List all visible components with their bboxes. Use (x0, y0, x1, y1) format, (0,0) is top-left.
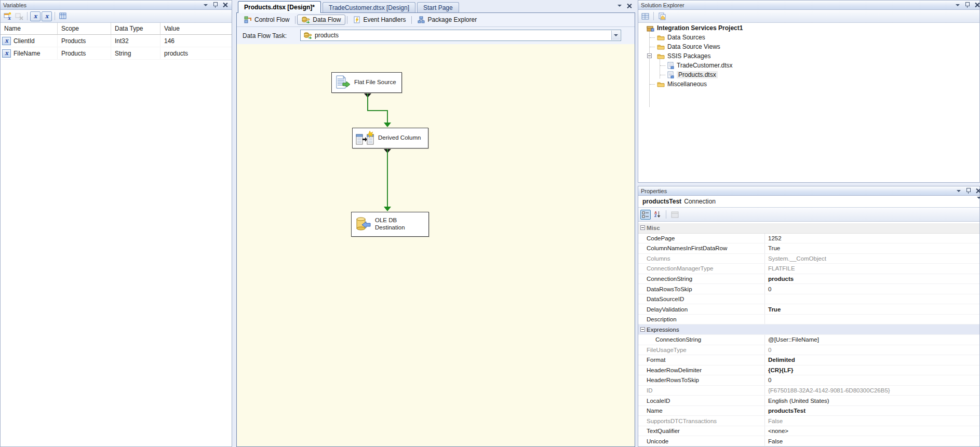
chevron-down-icon (204, 4, 208, 6)
property-row-unicode[interactable]: Unicode False (638, 436, 979, 446)
close-icon (627, 4, 632, 8)
tab-event-handlers[interactable]: Event Handlers (349, 15, 410, 24)
column-header-name[interactable]: Name (1, 23, 58, 34)
ole-db-destination-icon (355, 216, 371, 233)
property-row-localeid[interactable]: LocaleID English (United States) (638, 396, 979, 406)
tab-package-explorer[interactable]: Package Explorer (413, 15, 481, 24)
tree-root-project[interactable]: Integration Services Project1 (638, 23, 979, 33)
tab-tradecustomer-dtsx[interactable]: TradeCustomer.dtsx [Design] (323, 2, 415, 12)
tree-item-ssis-packages[interactable]: SSIS Packages (638, 51, 979, 61)
property-row-datarowstoskip[interactable]: DataRowsToSkip 0 (638, 284, 979, 294)
node-label: Derived Column (378, 134, 421, 142)
window-menu-button[interactable] (955, 187, 962, 195)
variable-scope: Products (58, 35, 111, 47)
property-pages-button[interactable] (669, 210, 680, 220)
window-menu-button[interactable] (954, 2, 961, 9)
data-flow-task-combobox[interactable]: products (300, 30, 621, 41)
categorized-button[interactable] (640, 210, 651, 220)
property-row-textqualifier[interactable]: TextQualifier <none> (638, 426, 979, 437)
window-menu-button[interactable] (202, 2, 209, 9)
variable-value: products (160, 47, 232, 59)
properties-object-selector[interactable]: productsTest Connection (638, 196, 979, 208)
choose-columns-button[interactable] (58, 11, 68, 21)
combo-dropdown-button[interactable] (611, 31, 620, 40)
show-system-variables-button[interactable]: x (30, 11, 41, 21)
properties-panel: Properties productsTest Connection A Z (638, 186, 980, 447)
property-row-columnnamesinfirstdatarow[interactable]: ColumnNamesInFirstDataRow True (638, 243, 979, 254)
collapse-expander-icon[interactable] (647, 53, 652, 58)
property-row-connectionstring[interactable]: ConnectionString products (638, 274, 979, 285)
property-row-name[interactable]: Name productsTest (638, 406, 979, 416)
show-all-variables-button[interactable]: x (42, 11, 52, 21)
auto-hide-pin-button[interactable] (211, 2, 219, 9)
tree-item-tradecustomer-dtsx[interactable]: TradeCustomer.dtsx (638, 61, 979, 70)
property-row-format[interactable]: Format Delimited (638, 355, 979, 365)
tree-item-products-dtsx[interactable]: Products.dtsx (638, 70, 979, 79)
property-row-expression-connectionstring[interactable]: ConnectionString @[User::FileName] (638, 335, 979, 345)
property-row-headerrowstoskip[interactable]: HeaderRowsToSkip 0 (638, 375, 979, 386)
add-variable-button[interactable]: x (3, 11, 13, 21)
close-panel-button[interactable] (973, 2, 980, 9)
auto-hide-pin-button[interactable] (963, 2, 971, 9)
collapse-expander-icon[interactable] (640, 327, 645, 332)
show-all-files-button[interactable] (656, 11, 667, 21)
property-row-fileusagetype[interactable]: FileUsageType 0 (638, 345, 979, 356)
variables-panel: Variables x x x (0, 0, 232, 447)
variable-value: 146 (160, 35, 232, 47)
property-row-connectionmanagertype[interactable]: ConnectionManagerType FLATFILE (638, 264, 979, 274)
property-category-expressions[interactable]: Expressions (638, 324, 979, 335)
data-flow-task-value: products (315, 32, 339, 39)
properties-title: Properties (641, 188, 667, 194)
object-dropdown-button[interactable] (977, 199, 980, 206)
variable-row-filename[interactable]: x FileName Products String products (1, 47, 232, 60)
tree-item-label: Miscellaneous (667, 80, 707, 88)
properties-button[interactable] (640, 11, 651, 21)
tree-item-data-source-views[interactable]: Data Source Views (638, 42, 979, 51)
collapse-expander-icon[interactable] (640, 225, 645, 230)
delete-variable-button[interactable] (14, 11, 24, 21)
property-category-misc[interactable]: Misc (638, 223, 979, 234)
property-row-id[interactable]: ID {F6750188-32A2-4142-9081-6D80300C26B5… (638, 386, 979, 396)
alphabetical-sort-button[interactable]: A Z (652, 210, 663, 220)
tree-item-label: Products.dtsx (677, 71, 718, 78)
node-flat-file-source[interactable]: Flat File Source (331, 72, 402, 93)
chevron-down-icon (956, 4, 960, 6)
show-all-files-icon (658, 12, 666, 20)
property-row-columns[interactable]: Columns System.__ComObject (638, 254, 979, 264)
column-header-datatype[interactable]: Data Type (111, 23, 160, 34)
property-row-datasourceid[interactable]: DataSourceID (638, 294, 979, 305)
tree-item-miscellaneous[interactable]: Miscellaneous (638, 79, 979, 89)
node-ole-db-destination[interactable]: OLE DB Destination (351, 212, 429, 237)
property-row-supportsdtctransactions[interactable]: SupportsDTCTransactions False (638, 416, 979, 426)
tree-item-label: Integration Services Project1 (657, 24, 743, 32)
close-panel-button[interactable] (974, 187, 980, 195)
tab-control-flow[interactable]: Control Flow (240, 15, 293, 24)
package-icon (667, 62, 674, 69)
property-row-description[interactable]: Description (638, 315, 979, 325)
object-name: productsTest (642, 198, 681, 205)
property-row-delayvalidation[interactable]: DelayValidation True (638, 304, 979, 315)
properties-icon (641, 12, 650, 20)
close-document-button[interactable] (625, 2, 633, 9)
solution-explorer-titlebar: Solution Explorer (638, 1, 979, 10)
property-row-codepage[interactable]: CodePage 1252 (638, 234, 979, 244)
pin-icon (213, 2, 218, 8)
data-flow-design-surface[interactable]: Flat File Source Derived Column (237, 44, 635, 446)
column-header-value[interactable]: Value (160, 23, 232, 34)
solution-tree: Integration Services Project1 Data Sourc… (638, 23, 979, 182)
tree-item-data-sources[interactable]: Data Sources (638, 33, 979, 42)
folder-icon (657, 34, 665, 40)
auto-hide-pin-button[interactable] (964, 187, 972, 195)
close-panel-button[interactable] (221, 2, 229, 9)
tab-start-page[interactable]: Start Page (417, 2, 459, 12)
variable-row-clientid[interactable]: x ClientId Products Int32 146 (1, 35, 232, 47)
node-derived-column[interactable]: Derived Column (352, 128, 428, 148)
variable-name: ClientId (14, 37, 35, 45)
tab-data-flow[interactable]: Data Flow (297, 15, 345, 25)
column-header-scope[interactable]: Scope (58, 23, 111, 34)
property-row-headerrowdelimiter[interactable]: HeaderRowDelimiter {CR}{LF} (638, 365, 979, 376)
document-list-button[interactable] (615, 2, 623, 9)
tab-products-dtsx[interactable]: Products.dtsx [Design]* (238, 1, 321, 13)
package-icon (667, 71, 674, 78)
grid-columns-icon (59, 12, 67, 20)
